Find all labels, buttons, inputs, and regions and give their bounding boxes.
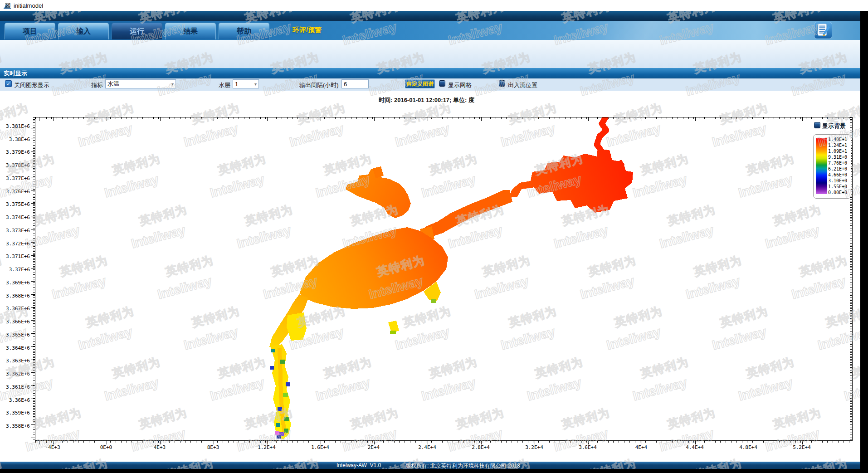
- heat-cell: [284, 429, 288, 433]
- y-tick-label: 3.372E+6: [0, 241, 30, 247]
- layer-label: 水层: [219, 81, 230, 89]
- y-tick-label: 3.363E+6: [0, 358, 30, 364]
- heat-region-ne-body: [510, 149, 633, 213]
- heat-cell: [270, 366, 274, 370]
- colorbar-gradient: [816, 138, 827, 194]
- app-version-text: Intelway-AW V1.0: [336, 462, 381, 468]
- colorbar-tick-label: 1.24E+1: [828, 143, 850, 148]
- plot-time-title: 时间: 2016-01-01 12:00:17; 单位: 度: [379, 96, 474, 104]
- heat-region-west-bump: [287, 312, 307, 341]
- output-interval-label: 输出间隔(小时): [299, 81, 339, 89]
- y-tick-label: 3.379E+6: [0, 149, 30, 155]
- indicator-label: 指标: [91, 81, 103, 89]
- y-tick-label: 3.371E+6: [0, 254, 30, 259]
- y-tick-label: 3.375E+6: [0, 201, 30, 207]
- y-tick-label: 3.369E+6: [0, 280, 30, 286]
- y-tick-label: 3.373E+6: [0, 228, 30, 234]
- heat-cell: [276, 423, 280, 427]
- chevron-down-icon: ▾: [254, 82, 257, 87]
- top-banner: [0, 11, 860, 21]
- heat-cell: [278, 407, 282, 411]
- y-tick-label: 3.368E+6: [0, 293, 30, 299]
- run-toolbar: 运行模型 已运行 0%。 暂停运行 终止运行 错误信息: [0, 40, 860, 68]
- x-tick-label: -4E+3: [37, 444, 68, 450]
- close-button[interactable]: ✕: [0, 0, 15, 11]
- show-grid-label: 显示网格: [448, 81, 472, 89]
- tab-input[interactable]: 输入: [58, 23, 109, 39]
- y-tick-label: 3.364E+6: [0, 345, 30, 351]
- colorbar-tick-label: 1.09E+1: [828, 149, 850, 154]
- y-tick-label: 3.365E+6: [0, 332, 30, 338]
- y-tick-label: 3.367E+6: [0, 306, 30, 312]
- chevron-down-icon: ▾: [171, 82, 174, 87]
- inout-flow-label: 出入流位置: [508, 81, 537, 89]
- heat-region-channel: [420, 190, 512, 237]
- window-title: initialmodel: [14, 2, 43, 9]
- indicator-select[interactable]: 水温 ▾: [105, 79, 176, 88]
- y-tick-label: 3.358E+6: [0, 423, 30, 429]
- custom-palette-button[interactable]: 自定义图谱: [405, 79, 435, 88]
- heat-cell: [283, 393, 288, 397]
- x-tick-label: 4E+3: [144, 444, 176, 450]
- x-tick-label: 8E+3: [197, 444, 229, 450]
- y-tick-label: 3.374E+6: [0, 215, 30, 220]
- title-bar: initialmodel – ❐ ✕: [0, 0, 868, 11]
- x-tick-label: 4.4E+4: [679, 444, 711, 450]
- y-tick-label: 3.381E+6: [0, 123, 30, 129]
- y-tick-label: 3.362E+6: [0, 371, 30, 377]
- menu-item-eia-warning[interactable]: 环评/预警: [293, 26, 322, 34]
- x-tick-label: 2E+4: [358, 444, 390, 450]
- document-pencil-icon: [814, 22, 832, 39]
- temperature-heatmap: [35, 117, 852, 440]
- x-tick-label: 3.2E+4: [518, 444, 550, 450]
- y-tick-label: 3.378E+6: [0, 162, 30, 168]
- close-graph-checkbox[interactable]: ✓: [5, 80, 12, 87]
- heat-cell: [284, 417, 289, 421]
- heat-region-lake-body: [299, 227, 448, 309]
- map-plot-area: [35, 117, 853, 441]
- x-tick-label: 4E+4: [625, 444, 657, 450]
- status-bar: Intelway-AW V1.0 版权所有: 北京英特利为环境科技有限公司 20…: [0, 462, 860, 469]
- show-grid-checkbox[interactable]: [439, 80, 445, 87]
- heat-cell: [280, 360, 285, 364]
- colorbar-tick-label: 6.21E+0: [828, 166, 850, 171]
- colorbar-tick-label: 1.40E+1: [828, 137, 850, 142]
- heat-cell: [390, 331, 396, 334]
- show-background-checkbox[interactable]: [814, 122, 820, 128]
- heat-cell: [431, 299, 436, 303]
- x-tick-label: 5.2E+4: [786, 444, 818, 450]
- copyright-text: 版权所有: 北京英特利为环境科技有限公司 2018: [405, 462, 520, 469]
- y-tick-label: 3.37E+6: [0, 267, 30, 273]
- realtime-section-title: 实时显示: [4, 69, 27, 78]
- y-tick-label: 3.366E+6: [0, 319, 30, 325]
- x-tick-label: 4.8E+4: [732, 444, 764, 450]
- y-tick-label: 3.38E+6: [0, 137, 30, 142]
- colorbar-tick-label: 1.55E+0: [828, 184, 850, 189]
- show-background-label: 显示背景: [822, 122, 846, 130]
- x-tick-label: 2.4E+4: [411, 444, 443, 450]
- tab-help[interactable]: 帮助: [219, 23, 269, 39]
- colorbar-tick-label: 3.10E+0: [828, 178, 850, 183]
- layer-select[interactable]: 1 ▾: [233, 79, 259, 88]
- inout-flow-checkbox[interactable]: [499, 80, 505, 87]
- application-window: 项目输入运行结果帮助 环评/预警 运行模型 已运行 0%。 暂停运行 终止运行 …: [0, 11, 860, 469]
- tab-results[interactable]: 结果: [165, 23, 216, 39]
- tab-run[interactable]: 运行: [112, 23, 162, 39]
- menu-tab-bar: 项目输入运行结果帮助 环评/预警: [0, 21, 860, 40]
- output-interval-input[interactable]: [341, 79, 369, 88]
- colorbar-tick-label: 7.76E+0: [828, 161, 850, 166]
- heat-cell: [277, 435, 281, 439]
- indicator-value: 水温: [107, 80, 119, 88]
- layer-value: 1: [235, 81, 238, 88]
- report-editor-button[interactable]: [814, 22, 832, 39]
- x-tick-label: 2.8E+4: [465, 444, 497, 450]
- close-graph-label: 关闭图形显示: [14, 81, 49, 89]
- heat-cell: [286, 382, 290, 386]
- tab-project[interactable]: 项目: [5, 23, 55, 39]
- x-tick-label: 0E+0: [90, 444, 122, 450]
- y-tick-label: 3.361E+6: [0, 384, 30, 390]
- x-tick-label: 1.2E+4: [251, 444, 283, 450]
- colorbar-tick-label: 9.31E+0: [828, 155, 850, 160]
- x-tick-label: 1.6E+4: [304, 444, 336, 450]
- x-tick-label: 3.6E+4: [572, 444, 604, 450]
